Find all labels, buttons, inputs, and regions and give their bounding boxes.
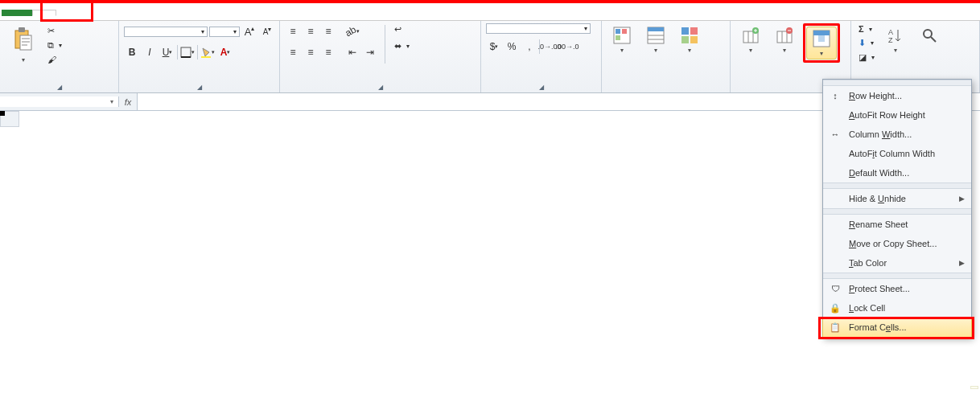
tab-data[interactable] [129,10,153,16]
tab-insert[interactable] [56,10,80,16]
svg-rect-11 [648,27,664,31]
svg-text:A: A [888,28,893,36]
tab-formulas[interactable] [105,10,129,16]
group-label-clipboard: ◢ [5,81,113,91]
fill-color-button[interactable]: ▾ [200,44,216,60]
percent-button[interactable]: % [504,39,520,55]
svg-text:Z: Z [888,36,893,44]
clear-button[interactable]: ◪▾ [856,51,877,64]
merge-icon: ⬌ [394,41,401,51]
brush-icon: 🖌 [47,55,56,64]
chevron-down-icon: ▾ [22,56,25,64]
sort-icon: AZ [886,26,905,45]
wrap-text-button[interactable]: ↩ [392,23,412,35]
paste-button[interactable]: ▾ [5,23,42,66]
underline-button[interactable]: U▾ [159,44,175,60]
bold-button[interactable]: B [124,44,140,60]
scissors-icon: ✂ [47,26,55,36]
table-icon [646,26,665,45]
menu-row-height[interactable]: ↕Row Height... [823,86,971,105]
svg-rect-27 [813,31,830,35]
format-cells-button[interactable]: ▾ [806,27,837,59]
ribbon-tabs [0,3,980,21]
group-label-styles [607,90,725,91]
insert-cells-button[interactable]: ▾ [735,23,766,56]
align-left-button[interactable]: ≡ [285,44,301,60]
align-right-button[interactable]: ≡ [320,44,336,60]
copy-icon: ⧉ [47,40,54,51]
tab-page-layout[interactable] [80,10,105,16]
align-center-button[interactable]: ≡ [303,44,319,60]
svg-rect-5 [201,56,211,58]
font-name-combo[interactable]: ▾ [124,27,208,37]
delete-cells-button[interactable]: ▾ [769,23,800,56]
paste-icon [10,26,36,55]
group-label-alignment: ◢ [285,81,476,91]
name-box[interactable]: ▾ [0,96,119,107]
shrink-font-button[interactable]: A▾ [259,23,275,39]
border-button[interactable]: ▾ [179,44,196,60]
format-painter-button[interactable]: 🖌 [45,54,64,65]
svg-rect-7 [616,29,620,34]
svg-rect-17 [690,36,698,43]
number-format-combo[interactable]: ▾ [486,23,591,34]
cell-styles-button[interactable]: ▾ [674,23,705,56]
group-label-number: ◢ [486,81,596,91]
eraser-icon: ◪ [859,52,867,63]
increase-indent-button[interactable]: ⇥ [362,44,378,60]
merge-center-button[interactable]: ⬌▾ [392,40,412,52]
svg-rect-9 [616,35,620,40]
svg-point-31 [924,30,932,38]
menu-section-cell-size [823,80,971,86]
cut-button[interactable]: ✂ [45,25,64,37]
decrease-indent-button[interactable]: ⇤ [344,44,360,60]
svg-rect-14 [681,27,689,35]
comma-button[interactable]: , [521,39,537,55]
align-top-button[interactable]: ≡ [285,23,301,39]
cell-styles-icon [680,26,699,45]
menu-autofit-row[interactable]: AutoFit Row Height [823,105,971,125]
fill-button[interactable]: ⬇▾ [856,37,877,49]
font-color-button[interactable]: A▾ [217,44,233,60]
svg-rect-16 [681,36,689,43]
align-bottom-button[interactable]: ≡ [320,23,336,39]
row-height-icon: ↕ [828,89,842,102]
format-as-table-button[interactable]: ▾ [640,23,671,56]
conditional-formatting-button[interactable]: ▾ [607,23,637,56]
svg-rect-15 [690,27,698,35]
format-icon [812,29,831,48]
copy-button[interactable]: ⧉▾ [45,39,64,51]
wrap-icon: ↩ [394,24,401,35]
tab-home[interactable] [32,10,56,16]
fill-down-icon: ⬇ [859,38,866,48]
find-icon [920,26,939,45]
svg-rect-2 [20,35,31,50]
font-size-combo[interactable]: ▾ [209,27,240,37]
group-label-font: ◢ [124,81,274,91]
decrease-decimal-button[interactable]: .00→.0 [559,39,575,55]
delete-icon [775,26,794,45]
fx-icon[interactable]: fx [119,97,137,107]
orientation-button[interactable]: ab▾ [344,23,360,39]
align-middle-button[interactable]: ≡ [303,23,319,39]
tab-view[interactable] [177,10,201,16]
svg-rect-8 [622,29,627,34]
tab-file[interactable] [2,10,32,16]
sort-filter-button[interactable]: AZ ▾ [880,23,911,56]
conditional-icon [612,26,632,45]
svg-line-32 [931,37,936,42]
tab-review[interactable] [153,10,177,16]
italic-button[interactable]: I [142,44,158,60]
accounting-button[interactable]: $▾ [486,39,502,55]
menu-column-width[interactable]: ↔Column Width... [823,125,971,127]
find-select-button[interactable] [914,23,945,49]
autosum-button[interactable]: Σ▾ [856,23,877,35]
format-menu: ↕Row Height... AutoFit Row Height ↔Colum… [822,79,972,127]
svg-rect-28 [818,35,825,42]
svg-rect-1 [19,27,25,32]
svg-rect-3 [181,47,191,57]
insert-icon [741,26,760,45]
select-all-corner[interactable] [0,111,19,127]
grow-font-button[interactable]: A▴ [241,23,257,39]
